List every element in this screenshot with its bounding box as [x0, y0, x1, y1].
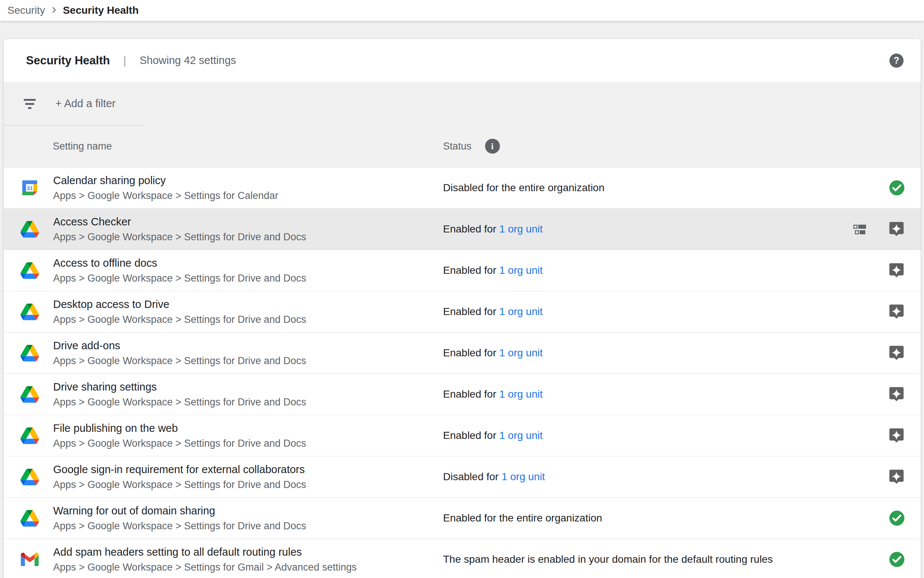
google-drive-icon: [21, 385, 39, 403]
table-row[interactable]: Add spam headers setting to all default …: [4, 539, 921, 578]
filter-list-icon: [23, 99, 36, 109]
success-check-icon: [889, 510, 905, 526]
org-unit-link[interactable]: 1 org unit: [499, 347, 543, 359]
status-text: Enabled for: [443, 347, 496, 359]
status-text: Enabled for the entire organization: [443, 512, 602, 524]
status-text: Enabled for: [443, 306, 496, 317]
breadcrumb: Security › Security Health: [0, 0, 924, 21]
google-drive-icon: [21, 261, 39, 279]
table-row[interactable]: File publishing on the web Apps > Google…: [4, 415, 921, 456]
filter-and-header-zone: + Add a filter Setting name Status i: [4, 82, 921, 167]
setting-path: Apps > Google Workspace > Settings for D…: [53, 273, 306, 284]
google-drive-icon: [21, 220, 39, 238]
google-drive-icon: [21, 509, 39, 527]
table-row[interactable]: Access to offline docs Apps > Google Wor…: [4, 250, 921, 291]
status-cell: Enabled for1 org unit: [443, 430, 543, 442]
breadcrumb-current-page: Security Health: [63, 5, 139, 16]
page-title: Security Health: [26, 54, 110, 67]
setting-path: Apps > Google Workspace > Settings for D…: [53, 520, 306, 532]
status-text: Enabled for: [443, 223, 496, 235]
status-cell: Enabled for the entire organization: [443, 512, 602, 524]
setting-path: Apps > Google Workspace > Settings for D…: [53, 438, 306, 449]
setting-name: Desktop access to Drive: [53, 298, 306, 310]
setting-name: Calendar sharing policy: [53, 174, 278, 187]
help-icon[interactable]: ?: [890, 54, 903, 68]
setting-path: Apps > Google Workspace > Settings for D…: [53, 355, 306, 367]
info-icon[interactable]: i: [485, 139, 500, 154]
setting-name: Access Checker: [53, 216, 306, 228]
setting-path: Apps > Google Workspace > Settings for D…: [53, 479, 306, 490]
org-unit-settings-icon: [853, 224, 866, 235]
table-column-headers: Setting name Status i: [4, 125, 921, 167]
recommendation-flag-icon[interactable]: [888, 386, 905, 403]
setting-name: Google sign-in requirement for external …: [53, 463, 306, 476]
setting-name: Drive sharing settings: [53, 381, 306, 393]
google-drive-icon: [21, 468, 39, 486]
status-cell: Disabled for1 org unit: [443, 471, 545, 483]
success-check-icon: [889, 551, 905, 568]
status-cell: Enabled for1 org unit: [443, 306, 543, 318]
security-health-card: Security Health | Showing 42 settings ? …: [4, 39, 921, 578]
recommendation-flag-icon[interactable]: [888, 344, 905, 362]
gmail-icon: [21, 550, 39, 568]
settings-count: Showing 42 settings: [140, 54, 236, 67]
org-unit-link[interactable]: 1 org unit: [502, 471, 545, 482]
recommendation-flag-icon[interactable]: [888, 303, 905, 320]
org-unit-link[interactable]: 1 org unit: [499, 430, 543, 441]
setting-path: Apps > Google Workspace > Settings for G…: [53, 562, 357, 573]
setting-path: Apps > Google Workspace > Settings for D…: [53, 396, 306, 408]
status-cell: The spam header is enabled in your domai…: [443, 554, 773, 565]
org-unit-link[interactable]: 1 org unit: [499, 388, 543, 400]
chevron-right-icon: ›: [52, 3, 56, 16]
status-text: The spam header is enabled in your domai…: [443, 554, 773, 565]
table-row[interactable]: Warning for out of domain sharing Apps >…: [4, 498, 921, 539]
table-row[interactable]: Desktop access to Drive Apps > Google Wo…: [4, 291, 921, 333]
breadcrumb-security-link[interactable]: Security: [7, 5, 45, 16]
status-cell: Enabled for1 org unit: [443, 265, 543, 276]
column-header-status: Status i: [443, 139, 500, 154]
status-cell: Enabled for1 org unit: [443, 347, 543, 359]
org-unit-link[interactable]: 1 org unit: [499, 306, 543, 317]
settings-table: Calendar sharing policy Apps > Google Wo…: [4, 167, 921, 578]
status-text: Enabled for: [443, 430, 496, 441]
table-row[interactable]: Access Checker Apps > Google Workspace >…: [4, 209, 921, 250]
status-text: Enabled for: [443, 388, 496, 400]
google-calendar-icon: [21, 179, 39, 197]
card-header: Security Health | Showing 42 settings ?: [4, 39, 921, 82]
setting-name: Add spam headers setting to all default …: [53, 546, 357, 558]
recommendation-flag-icon[interactable]: [888, 262, 905, 279]
table-row[interactable]: Drive sharing settings Apps > Google Wor…: [4, 374, 921, 415]
google-drive-icon: [21, 303, 39, 321]
success-check-icon: [889, 180, 905, 196]
setting-path: Apps > Google Workspace > Settings for C…: [53, 190, 278, 201]
status-text: Disabled for: [443, 471, 498, 482]
title-divider: |: [123, 54, 126, 67]
column-header-setting-name: Setting name: [53, 141, 112, 152]
google-drive-icon: [21, 427, 39, 445]
table-row[interactable]: Drive add-ons Apps > Google Workspace > …: [4, 333, 921, 374]
security-health-page: Security › Security Health Security Heal…: [0, 0, 924, 578]
setting-path: Apps > Google Workspace > Settings for D…: [53, 314, 306, 325]
setting-name: Drive add-ons: [53, 339, 306, 352]
setting-path: Apps > Google Workspace > Settings for D…: [53, 231, 306, 243]
setting-name: Access to offline docs: [53, 257, 306, 269]
add-filter-button[interactable]: + Add a filter: [4, 82, 921, 125]
google-drive-icon: [21, 344, 39, 362]
recommendation-flag-icon[interactable]: [888, 468, 905, 485]
recommendation-flag-icon[interactable]: [888, 427, 905, 444]
org-unit-link[interactable]: 1 org unit: [499, 265, 543, 276]
status-text: Disabled for the entire organization: [443, 182, 604, 193]
table-row[interactable]: Google sign-in requirement for external …: [4, 456, 921, 498]
table-row[interactable]: Calendar sharing policy Apps > Google Wo…: [4, 167, 921, 209]
setting-name: File publishing on the web: [53, 422, 306, 434]
status-text: Enabled for: [443, 265, 496, 276]
org-unit-link[interactable]: 1 org unit: [499, 223, 543, 235]
recommendation-flag-icon[interactable]: [888, 221, 905, 238]
status-cell: Enabled for1 org unit: [443, 388, 543, 400]
setting-name: Warning for out of domain sharing: [53, 505, 306, 517]
status-cell: Enabled for1 org unit: [443, 223, 543, 235]
add-filter-label: + Add a filter: [55, 97, 116, 110]
status-cell: Disabled for the entire organization: [443, 182, 604, 194]
